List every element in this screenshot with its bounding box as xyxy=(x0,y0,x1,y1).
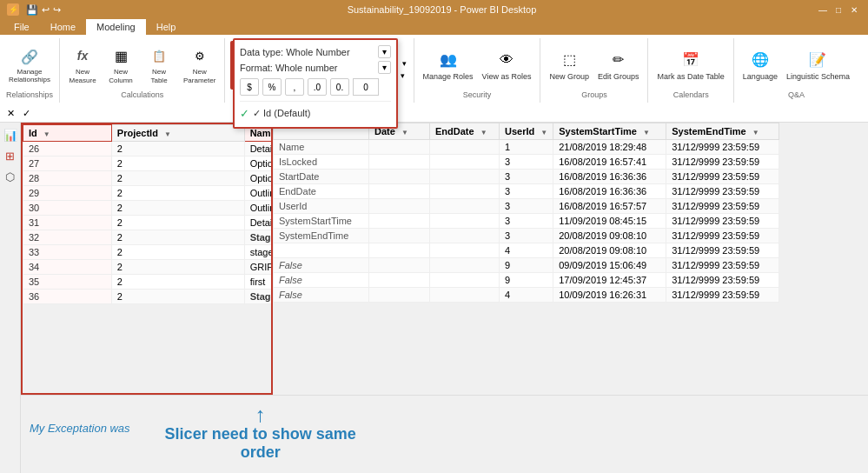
table-row: 34 2 GRIP 3 xyxy=(23,260,274,275)
new-parameter-button[interactable]: ⚙ NewParameter xyxy=(180,42,219,86)
dollar-btn[interactable]: $ xyxy=(240,78,259,96)
left-sidebar: 📊 ⊞ ⬡ xyxy=(0,123,21,473)
table-row: SystemStartTime 3 11/09/2019 08:45:15 31… xyxy=(274,214,779,229)
formula-confirm[interactable]: ✓ xyxy=(19,106,33,120)
manage-roles-button[interactable]: 👥 Manage Roles xyxy=(420,46,477,83)
userid-col-header[interactable]: UserId ▼ xyxy=(500,123,553,140)
mark-as-date-button[interactable]: 📅 Mark as Date Table xyxy=(653,46,727,83)
manage-relationships-button[interactable]: 🔗 ManageRelationships xyxy=(5,43,54,86)
annotation-main-text: Slicer need to show sameorder xyxy=(165,425,356,462)
table-row: 35 2 first xyxy=(23,275,274,290)
table-row: 29 2 Outline Design xyxy=(23,186,274,201)
table-row: 32 2 Stage 1 xyxy=(23,230,274,245)
manage-roles-icon: 👥 xyxy=(436,48,461,72)
new-table-button[interactable]: 📋 NewTable xyxy=(142,42,176,86)
view-as-roles-button[interactable]: 👁 View as Roles xyxy=(479,46,535,83)
group-calculations-label: Calculations xyxy=(121,90,163,101)
new-column-button[interactable]: ▦ NewColumn xyxy=(103,42,138,86)
group-relationships-label: Relationships xyxy=(6,90,53,101)
chart-view-icon[interactable]: 📊 xyxy=(2,126,19,143)
language-button[interactable]: 🌐 Language xyxy=(739,46,781,83)
formula-input[interactable] xyxy=(36,107,865,119)
new-group-label: New Group xyxy=(549,72,589,82)
edit-groups-icon: ✏ xyxy=(606,48,631,72)
new-measure-button[interactable]: fx NewMeasure xyxy=(65,42,100,86)
linguistic-schema-button[interactable]: 📝 Linguistic Schema xyxy=(783,46,853,83)
formula-bar: ✕ ✓ xyxy=(0,104,868,123)
check-icon: ✓ xyxy=(240,107,249,120)
view-as-icon: 👁 xyxy=(494,48,519,72)
annotation-left-text: My Exceptation was xyxy=(30,422,130,435)
group-calendars: 📅 Mark as Date Table Calendars xyxy=(648,38,733,103)
new-group-icon: ⬚ xyxy=(557,48,581,72)
formula-cancel[interactable]: ✕ xyxy=(3,106,17,120)
tab-file[interactable]: File xyxy=(3,19,40,35)
systemendtime-col-header[interactable]: SystemEndTime ▼ xyxy=(666,123,779,140)
annotation-arrow-icon: ↑ xyxy=(255,404,266,425)
right-table: Date ▼ EndDate ▼ UserId ▼ SystemStartTim… xyxy=(273,123,779,303)
title-bar: ⚡ 💾 ↩ ↪ Sustainability_19092019 - Power … xyxy=(0,0,868,19)
data-type-dropdown[interactable]: ▾ xyxy=(378,45,391,58)
tab-home[interactable]: Home xyxy=(40,19,86,35)
table-row: 31 2 Detailed Design xyxy=(23,216,274,230)
calendars-group-label: Calendars xyxy=(673,90,709,101)
manage-relationships-icon: 🔗 xyxy=(17,44,42,69)
sort-by-column-popup: Data type: Whole Number ▾ Format: Whole … xyxy=(233,38,398,129)
table-row: IsLocked 3 16/08/2019 16:57:41 31/12/999… xyxy=(274,155,779,170)
window-title: Sustainability_19092019 - Power BI Deskt… xyxy=(68,4,816,15)
main-table: Id ▼ ProjectId ▼ Name ▼ 26 2 Detailed De… xyxy=(23,124,273,304)
groups-group-label: Groups xyxy=(581,90,607,101)
table-row: 26 2 Detailed Design xyxy=(23,142,274,157)
decimal-more-btn[interactable]: .0 xyxy=(308,78,327,96)
table-row: 30 2 Outline Design xyxy=(23,201,274,216)
group-qa: 🌐 Language 📝 Linguistic Schema Q&A xyxy=(734,38,858,103)
table-row: Name 1 21/08/2019 18:29:48 31/12/9999 23… xyxy=(274,140,779,155)
quick-save[interactable]: 💾 xyxy=(26,4,38,16)
ribbon-tabs: File Home Modeling Help xyxy=(0,19,868,35)
format-dropdown[interactable]: ▾ xyxy=(378,61,391,74)
table-row: 36 2 Stage 1 xyxy=(23,290,274,304)
comma-btn[interactable]: , xyxy=(285,78,304,96)
new-column-icon: ▦ xyxy=(109,43,133,68)
content-wrapper: Id ▼ ProjectId ▼ Name ▼ 26 2 Detailed De… xyxy=(21,123,868,473)
enddate-col-header[interactable]: EndDate ▼ xyxy=(430,123,500,140)
percent-btn[interactable]: % xyxy=(262,78,282,96)
language-icon: 🌐 xyxy=(748,48,772,72)
table-row: False 9 09/09/2019 15:06:49 31/12/9999 2… xyxy=(274,258,779,273)
tab-help[interactable]: Help xyxy=(146,19,187,35)
minimize-button[interactable]: — xyxy=(816,3,830,17)
close-button[interactable]: ✕ xyxy=(847,3,861,17)
group-groups: ⬚ New Group ✏ Edit Groups Groups xyxy=(540,38,648,103)
format-label: Format: Whole number xyxy=(240,63,378,73)
quick-redo[interactable]: ↪ xyxy=(53,4,61,16)
table-row: 28 2 Options Apprais xyxy=(23,171,274,186)
decimal-less-btn[interactable]: 0. xyxy=(330,78,349,96)
new-group-button[interactable]: ⬚ New Group xyxy=(546,46,593,83)
table-row: 33 2 stage 2 xyxy=(23,245,274,260)
view-as-label: View as Roles xyxy=(482,72,532,82)
edit-groups-button[interactable]: ✏ Edit Groups xyxy=(594,46,643,83)
calendar-icon: 📅 xyxy=(679,48,703,72)
quick-undo[interactable]: ↩ xyxy=(42,4,50,16)
systemstarttime-col-header[interactable]: SystemStartTime ▼ xyxy=(553,123,666,140)
table-view-icon[interactable]: ⊞ xyxy=(2,147,19,164)
maximize-button[interactable]: □ xyxy=(832,3,845,17)
linguistic-icon: 📝 xyxy=(805,48,830,72)
model-view-icon[interactable]: ⬡ xyxy=(2,168,19,185)
body-area: 📊 ⊞ ⬡ Id ▼ ProjectId ▼ Name ▼ xyxy=(0,123,868,473)
id-column-header[interactable]: Id ▼ xyxy=(23,125,112,142)
new-measure-icon: fx xyxy=(70,43,95,68)
new-table-icon: 📋 xyxy=(147,43,171,68)
manage-roles-label: Manage Roles xyxy=(423,72,474,82)
new-parameter-icon: ⚙ xyxy=(188,43,212,68)
app-icon: ⚡ xyxy=(7,3,19,16)
format-value-input[interactable] xyxy=(353,78,379,96)
qa-group-label: Q&A xyxy=(788,90,805,101)
linguistic-label: Linguistic Schema xyxy=(786,72,850,82)
ribbon-content: 🔗 ManageRelationships Relationships fx N… xyxy=(0,35,868,104)
tab-modeling[interactable]: Modeling xyxy=(86,19,146,35)
table-row: UserId 3 16/08/2019 16:57:57 31/12/9999 … xyxy=(274,199,779,214)
projectid-column-header[interactable]: ProjectId ▼ xyxy=(111,125,244,142)
language-label: Language xyxy=(743,72,778,82)
right-table-container: Date ▼ EndDate ▼ UserId ▼ SystemStartTim… xyxy=(273,123,868,395)
